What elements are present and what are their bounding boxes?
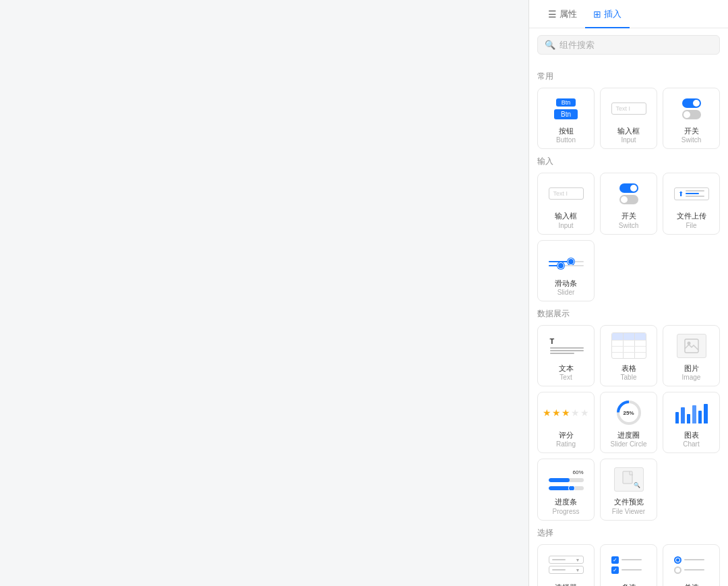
select-name-zh: 选择器 [555,583,577,586]
component-checkbox[interactable]: ✓ ✓ 多选 Checkbox [600,544,657,586]
tab-properties[interactable]: ☰ 属性 [540,0,585,28]
radio-preview [671,550,712,580]
component-switch2[interactable]: 开关 Switch [600,173,657,234]
input-grid: Text I 输入框 Input [537,173,720,301]
chart-name-en: Chart [683,440,699,448]
image-preview [671,331,712,361]
rating-preview: ★ ★ ★ ★ ★ [546,398,586,428]
checkbox-preview: ✓ ✓ [609,550,649,580]
component-switch[interactable]: 开关 Switch [663,88,720,149]
search-input-wrap[interactable]: 🔍 [537,35,720,55]
component-text[interactable]: T 文本 Text [537,325,595,386]
text-preview: T [546,331,586,361]
component-input2[interactable]: Text I 输入框 Input [537,173,595,234]
component-button[interactable]: Btn Btn 按钮 Button [537,88,595,149]
image-name-zh: 图片 [684,363,699,373]
slider-circle-preview: 25% [609,398,649,428]
select-preview: ▼ ▼ [546,550,586,580]
file-viewer-preview: 🔍 [609,465,649,494]
chart-name-zh: 图表 [684,430,699,440]
switch2-name-zh: 开关 [621,211,636,221]
file-viewer-name-en: File Viewer [612,507,645,516]
input2-name-zh: 输入框 [555,211,577,221]
component-slider-circle[interactable]: 25% 进度圈 Slider Circle [600,392,657,453]
text-name-zh: 文本 [559,363,574,373]
file-name-zh: 文件上传 [677,211,706,221]
input-name-en: Input [621,136,636,144]
search-bar: 🔍 [529,28,728,61]
component-image[interactable]: 图片 Image [663,325,720,386]
radio-name-zh: 单选 [684,583,699,586]
switch-name-zh: 开关 [684,126,699,136]
table-name-en: Table [621,373,637,382]
panel-tab-bar: ☰ 属性 ⊞ 插入 [529,0,728,28]
properties-icon: ☰ [548,9,557,20]
section-common-title: 常用 [537,71,720,82]
file-viewer-name-zh: 文件预览 [614,497,644,506]
component-radio[interactable]: 单选 Radio [663,544,720,586]
select-grid: ▼ ▼ 选择器 Select ✓ [537,544,720,586]
input2-name-en: Input [558,221,573,230]
table-preview [609,331,649,361]
component-chart[interactable]: 图表 Chart [663,392,720,453]
checkbox-name-zh: 多选 [621,583,636,586]
panel-content: 常用 Btn Btn 按钮 Button Text I [529,61,728,586]
chart-preview [671,398,712,428]
section-input-title: 输入 [537,156,720,167]
switch2-preview [609,179,649,208]
slider-circle-name-zh: 进度圈 [617,430,640,440]
button-name-zh: 按钮 [559,126,574,136]
table-name-zh: 表格 [621,363,636,373]
file-preview: ⬆ [671,179,712,208]
progress-preview: 60% [546,465,586,494]
rating-name-en: Rating [556,440,576,448]
slider-circle-name-en: Slider Circle [611,440,647,448]
component-file-viewer[interactable]: 🔍 文件预览 File Viewer [600,459,657,520]
component-rating[interactable]: ★ ★ ★ ★ ★ 评分 Rating [537,392,595,453]
component-input[interactable]: Text I 输入框 Input [600,88,657,149]
switch2-name-en: Switch [619,221,638,230]
button-name-en: Button [556,136,576,144]
switch-name-en: Switch [681,136,701,144]
progress-name-zh: 进度条 [555,497,577,506]
common-grid: Btn Btn 按钮 Button Text I 输入框 Input [537,88,720,149]
input-preview: Text I [609,94,649,123]
right-panel: ☰ 属性 ⊞ 插入 🔍 常用 Btn Btn 按 [529,0,728,586]
input-name-zh: 输入框 [617,126,640,136]
search-input[interactable] [559,40,712,50]
search-icon: 🔍 [545,40,555,50]
section-select-title: 选择 [537,527,720,539]
insert-icon: ⊞ [593,9,601,20]
component-select[interactable]: ▼ ▼ 选择器 Select [537,544,595,586]
svg-rect-4 [623,471,632,484]
slider-preview [546,246,586,276]
component-slider[interactable]: 滑动条 Slider [537,240,595,301]
component-progress[interactable]: 60% 进度条 Progress [537,459,595,520]
canvas-area [0,0,529,586]
component-file[interactable]: ⬆ 文件上传 File [663,173,720,234]
component-table[interactable]: 表格 Table [600,325,657,386]
rating-name-zh: 评分 [559,430,574,440]
data-grid: T 文本 Text [537,325,720,521]
tab-insert[interactable]: ⊞ 插入 [585,0,630,28]
image-name-en: Image [682,373,701,382]
slider-name-en: Slider [557,288,575,297]
section-data-title: 数据展示 [537,308,720,320]
slider-name-zh: 滑动条 [555,279,577,288]
progress-name-en: Progress [552,507,579,516]
switch-preview [671,94,712,123]
input2-preview: Text I [546,179,586,208]
file-name-en: File [686,221,696,230]
text-name-en: Text [559,373,572,382]
button-preview: Btn Btn [546,94,586,123]
